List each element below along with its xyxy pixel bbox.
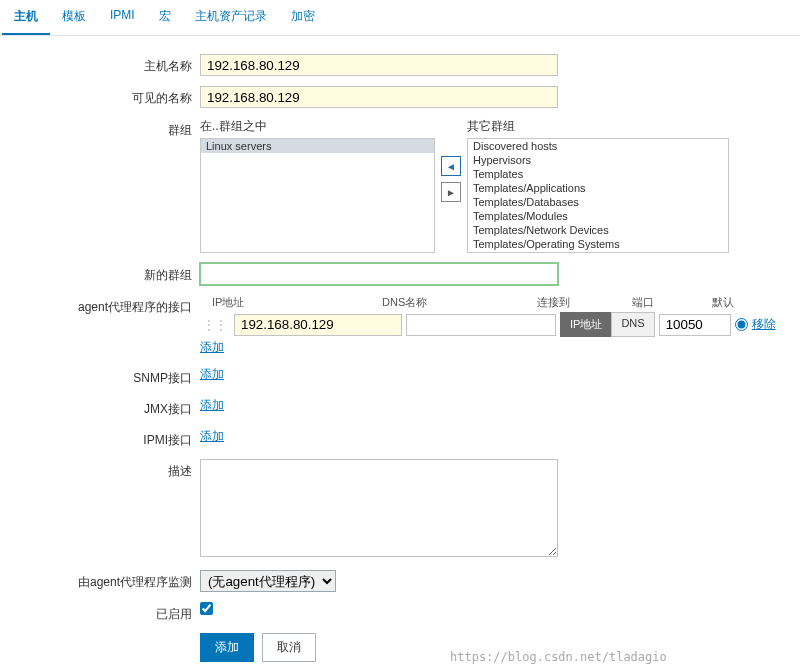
tab-template[interactable]: 模板 (50, 0, 98, 35)
label-ipmi-interface: IPMI接口 (10, 428, 200, 449)
list-item[interactable]: Linux servers (201, 139, 434, 153)
connect-ip-option[interactable]: IP地址 (560, 312, 611, 337)
agent-dns-input[interactable] (406, 314, 556, 336)
tabs-bar: 主机 模板 IPMI 宏 主机资产记录 加密 (0, 0, 800, 36)
submit-button[interactable]: 添加 (200, 633, 254, 662)
header-dns: DNS名称 (382, 295, 537, 310)
list-item[interactable]: Templates/Applications (468, 181, 728, 195)
ipmi-add-link[interactable]: 添加 (200, 429, 224, 443)
label-agent-interface: agent代理程序的接口 (10, 295, 200, 316)
list-item[interactable]: Templates (468, 167, 728, 181)
tab-macro[interactable]: 宏 (147, 0, 183, 35)
move-left-button[interactable]: ◄ (441, 156, 461, 176)
label-visible-name: 可见的名称 (10, 86, 200, 107)
label-monitored-by: 由agent代理程序监测 (10, 570, 200, 591)
jmx-add-link[interactable]: 添加 (200, 398, 224, 412)
tab-host[interactable]: 主机 (2, 0, 50, 35)
list-item[interactable]: Templates/Operating Systems (468, 237, 728, 251)
label-enabled: 已启用 (10, 602, 200, 623)
label-hostname: 主机名称 (10, 54, 200, 75)
agent-add-link[interactable]: 添加 (200, 340, 224, 354)
cancel-button[interactable]: 取消 (262, 633, 316, 662)
header-connect-to: 连接到 (537, 295, 632, 310)
list-item[interactable]: Templates/Servers Hardware (468, 251, 728, 253)
proxy-select[interactable]: (无agent代理程序) (200, 570, 336, 592)
agent-port-input[interactable] (659, 314, 731, 336)
list-item[interactable]: Discovered hosts (468, 139, 728, 153)
move-right-button[interactable]: ► (441, 182, 461, 202)
label-in-groups: 在..群组之中 (200, 118, 435, 135)
hostname-input[interactable] (200, 54, 558, 76)
label-other-groups: 其它群组 (467, 118, 729, 135)
tab-encryption[interactable]: 加密 (279, 0, 327, 35)
drag-handle-icon[interactable]: ⋮⋮ (200, 318, 230, 332)
description-textarea[interactable] (200, 459, 558, 557)
agent-ip-input[interactable] (234, 314, 402, 336)
connect-dns-option[interactable]: DNS (611, 312, 654, 337)
tab-inventory[interactable]: 主机资产记录 (183, 0, 279, 35)
label-snmp-interface: SNMP接口 (10, 366, 200, 387)
connect-to-toggle[interactable]: IP地址 DNS (560, 312, 655, 337)
enabled-checkbox[interactable] (200, 602, 213, 615)
label-groups: 群组 (10, 118, 200, 139)
label-new-group: 新的群组 (10, 263, 200, 284)
host-form: 主机名称 可见的名称 群组 在..群组之中 Linux servers ◄ ► (0, 36, 800, 670)
in-groups-listbox[interactable]: Linux servers (200, 138, 435, 253)
label-jmx-interface: JMX接口 (10, 397, 200, 418)
list-item[interactable]: Templates/Network Devices (468, 223, 728, 237)
agent-remove-link[interactable]: 移除 (752, 316, 776, 333)
list-item[interactable]: Hypervisors (468, 153, 728, 167)
snmp-add-link[interactable]: 添加 (200, 367, 224, 381)
header-default: 默认 (712, 295, 762, 310)
header-port: 端口 (632, 295, 712, 310)
agent-default-radio[interactable] (735, 318, 748, 331)
other-groups-listbox[interactable]: Discovered hosts Hypervisors Templates T… (467, 138, 729, 253)
new-group-input[interactable] (200, 263, 558, 285)
label-description: 描述 (10, 459, 200, 480)
header-ip: IP地址 (200, 295, 382, 310)
list-item[interactable]: Templates/Modules (468, 209, 728, 223)
footer-watermark: https://blog.csdn.net/tladagio (450, 650, 667, 664)
visible-name-input[interactable] (200, 86, 558, 108)
list-item[interactable]: Templates/Databases (468, 195, 728, 209)
tab-ipmi[interactable]: IPMI (98, 0, 147, 35)
